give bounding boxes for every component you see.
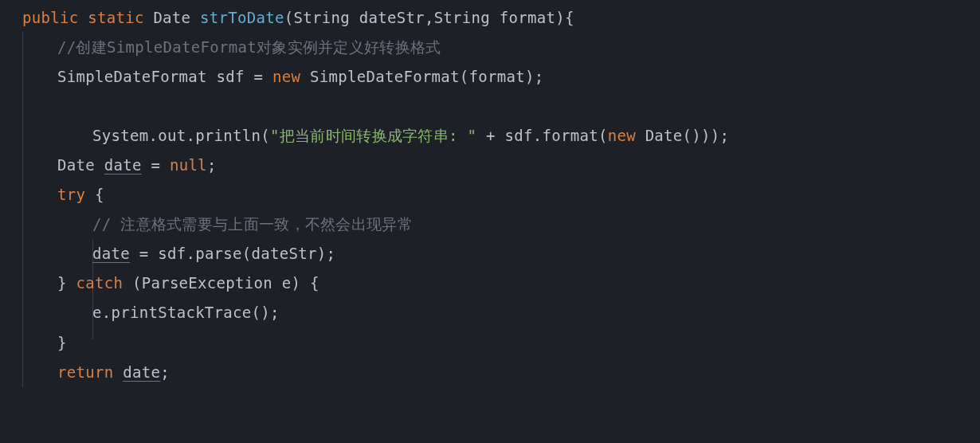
code-line: try { (22, 180, 980, 210)
code-line: date = sdf.parse(dateStr); (22, 239, 980, 269)
param-type: String (434, 9, 490, 26)
punctuation: ; (160, 363, 170, 381)
string-literal: "把当前时间转换成字符串: " (270, 127, 476, 144)
operator: = (254, 68, 264, 85)
punctuation: } (57, 274, 76, 292)
punctuation: ; (207, 156, 217, 174)
operator: = (142, 156, 170, 174)
method-call: System.out.println( (92, 127, 270, 144)
argument: format (469, 68, 525, 85)
punctuation: ( (460, 68, 469, 85)
space (113, 363, 123, 381)
param-name: dateStr (359, 9, 425, 26)
punctuation: ){ (555, 9, 574, 26)
code-line: } (22, 328, 980, 358)
param-type: String (294, 9, 350, 26)
keyword-public: public (22, 9, 78, 26)
method-name: strToDate (200, 9, 284, 26)
code-line: System.out.println("把当前时间转换成字符串: " + sdf… (22, 121, 980, 151)
code-line: // 注意格式需要与上面一致，不然会出现异常 (22, 210, 980, 239)
code-line-empty (22, 92, 980, 121)
punctuation: ); (525, 68, 543, 85)
comment: // 注意格式需要与上面一致，不然会出现异常 (92, 215, 413, 233)
keyword-return: return (57, 363, 113, 381)
statement: = sdf.parse(dateStr); (130, 245, 335, 262)
code-line: } catch (ParseException e) { (22, 269, 980, 298)
operator: + sdf.format( (476, 127, 607, 144)
code-line: Date date = null; (22, 151, 980, 180)
keyword-static: static (88, 9, 143, 26)
code-line: public static Date strToDate(String date… (22, 3, 980, 33)
punctuation: , (425, 9, 434, 26)
variable: date (123, 363, 160, 381)
code-editor[interactable]: public static Date strToDate(String date… (0, 0, 980, 387)
type: Date (57, 156, 95, 174)
keyword-try: try (57, 186, 85, 203)
param-name: format (500, 9, 555, 26)
type: SimpleDateFormat (57, 68, 207, 85)
variable: date (104, 156, 142, 174)
punctuation: { (85, 186, 104, 203)
keyword-catch: catch (76, 274, 123, 292)
code-line: SimpleDateFormat sdf = new SimpleDateFor… (22, 62, 980, 92)
keyword-new: new (608, 127, 636, 144)
variable: date (92, 245, 130, 262)
keyword-new: new (272, 68, 300, 85)
variable: sdf (217, 68, 245, 85)
comment: //创建SimpleDateFormat对象实例并定义好转换格式 (57, 38, 441, 56)
code-line: e.printStackTrace(); (22, 298, 980, 327)
return-type: Date (153, 9, 190, 26)
constructor-call: Date())); (636, 127, 729, 144)
code-line: //创建SimpleDateFormat对象实例并定义好转换格式 (22, 33, 980, 62)
keyword-null: null (170, 156, 207, 174)
constructor: SimpleDateFormat (310, 68, 460, 85)
punctuation: } (57, 334, 67, 351)
catch-params: (ParseException e) { (123, 274, 319, 292)
statement: e.printStackTrace(); (92, 304, 280, 321)
code-line: return date; (22, 358, 980, 387)
punctuation: ( (284, 9, 294, 26)
